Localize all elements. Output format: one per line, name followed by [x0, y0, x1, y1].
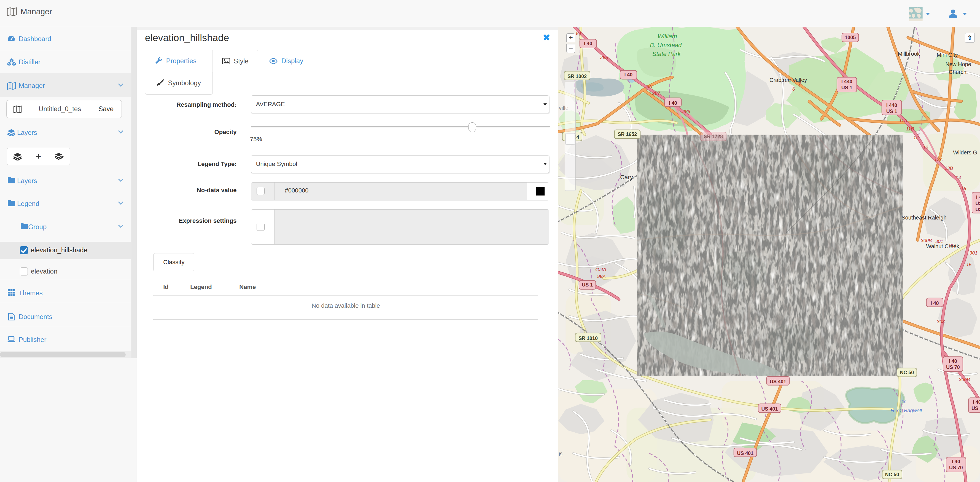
svg-text:13A: 13A [934, 156, 943, 162]
svg-text:287: 287 [652, 91, 660, 96]
svg-text:Southeast Raleigh: Southeast Raleigh [902, 214, 947, 220]
svg-text:US 7: US 7 [972, 405, 980, 411]
svg-text:6: 6 [792, 86, 795, 92]
svg-text:301: 301 [949, 243, 957, 248]
svg-text:US 70: US 70 [946, 364, 960, 370]
svg-text:7: 7 [799, 81, 802, 87]
svg-text:13B: 13B [945, 166, 953, 171]
svg-text:Millbrook: Millbrook [898, 51, 920, 57]
svg-text:US 401: US 401 [737, 450, 754, 456]
svg-text:Church: Church [948, 69, 966, 75]
svg-text:B. Umstead: B. Umstead [650, 41, 682, 48]
svg-text:I 40: I 40 [669, 101, 677, 106]
svg-text:I 440: I 440 [886, 102, 897, 108]
svg-text:14: 14 [956, 175, 961, 180]
svg-text:11A: 11A [899, 118, 907, 123]
svg-text:98A: 98A [597, 273, 606, 279]
svg-text:New Hope: New Hope [945, 61, 971, 67]
svg-text:303: 303 [937, 319, 945, 324]
svg-text:84: 84 [576, 30, 581, 36]
svg-text:285: 285 [600, 54, 608, 60]
svg-text:301: 301 [969, 250, 977, 255]
svg-text:SR 1010: SR 1010 [579, 335, 598, 341]
svg-text:SR 1652: SR 1652 [617, 131, 637, 137]
svg-text:I 440: I 440 [842, 79, 853, 85]
svg-text:I 40: I 40 [949, 359, 957, 364]
svg-text:I 40: I 40 [973, 399, 980, 405]
svg-text:NC 50: NC 50 [900, 370, 914, 375]
svg-text:I 40: I 40 [931, 300, 939, 306]
svg-text:I 40: I 40 [952, 459, 960, 464]
svg-text:SR 1002: SR 1002 [568, 73, 587, 79]
svg-text:US 70: US 70 [949, 465, 963, 471]
svg-text:12: 12 [923, 145, 929, 150]
svg-text:Wilders G: Wilders G [953, 150, 977, 155]
svg-text:US: US [975, 207, 980, 212]
svg-text:er: er [899, 327, 904, 332]
svg-text:Crabtree Valley: Crabtree Valley [770, 77, 807, 83]
svg-text:I 4: I 4 [976, 195, 980, 200]
svg-text:H. G. Bagwell: H. G. Bagwell [891, 407, 922, 413]
svg-text:301: 301 [935, 238, 943, 244]
svg-text:State Park: State Park [652, 51, 681, 57]
svg-text:US 1: US 1 [886, 109, 897, 114]
svg-text:12: 12 [913, 135, 919, 140]
svg-text:Mini City: Mini City [937, 52, 958, 58]
svg-text:William: William [657, 33, 677, 40]
svg-text:287: 287 [645, 83, 654, 89]
svg-text:I 40: I 40 [625, 72, 633, 78]
svg-text:US: US [975, 201, 980, 206]
svg-text:SR 1728: SR 1728 [703, 134, 723, 139]
svg-text:11B: 11B [906, 126, 914, 131]
svg-text:Cary: Cary [620, 174, 633, 180]
svg-text:US 401: US 401 [762, 406, 778, 412]
svg-text:15: 15 [966, 262, 972, 267]
svg-text:NC 50: NC 50 [885, 472, 899, 477]
svg-text:js: js [558, 451, 563, 456]
svg-text:404A: 404A [595, 267, 606, 272]
svg-text:US 1: US 1 [582, 282, 593, 287]
svg-text:I 40: I 40 [584, 41, 592, 46]
svg-text:289: 289 [682, 109, 690, 114]
svg-text:US 401: US 401 [770, 379, 786, 385]
svg-text:300B: 300B [921, 238, 932, 243]
svg-text:1005: 1005 [845, 35, 856, 40]
svg-text:US 1: US 1 [842, 85, 853, 91]
svg-text:15: 15 [961, 185, 967, 191]
svg-text:306B: 306B [959, 377, 970, 382]
